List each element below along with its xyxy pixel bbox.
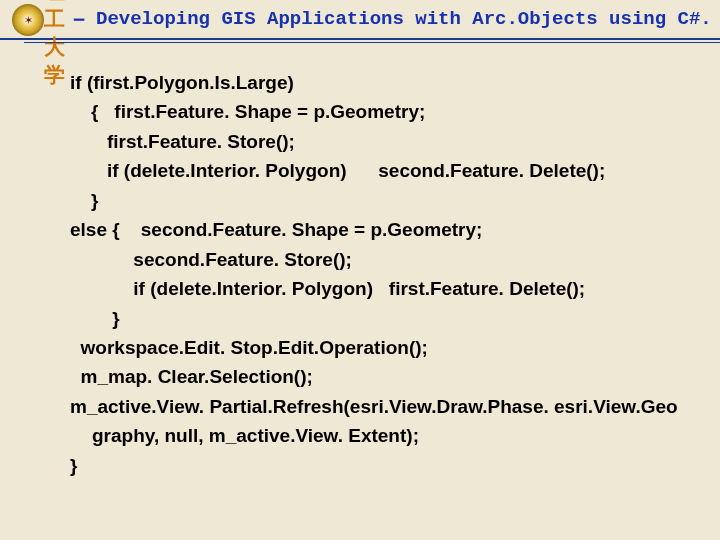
slide-header: ✶ 西理工大学 － Developing GIS Applications wi… (0, 0, 720, 40)
code-block: if (first.Polygon.Is.Large) { first.Feat… (0, 40, 720, 480)
university-name: 西理工大学 (44, 0, 66, 89)
course-title: Developing GIS Applications with Arc.Obj… (96, 8, 720, 30)
code-line: first.Feature. Store(); (70, 127, 710, 156)
title-separator: － (68, 4, 90, 34)
code-line: graphy, null, m_active.View. Extent); (70, 421, 670, 450)
code-line: } (70, 451, 710, 480)
code-line: if (first.Polygon.Is.Large) (70, 68, 710, 97)
code-line: else { second.Feature. Shape = p.Geometr… (70, 215, 710, 244)
code-line: } (70, 186, 710, 215)
university-logo-icon: ✶ (12, 4, 44, 36)
code-line: m_active.View. Partial.Refresh(esri.View… (70, 392, 680, 421)
code-line: if (delete.Interior. Polygon) first.Feat… (70, 274, 710, 303)
code-line: { first.Feature. Shape = p.Geometry; (70, 97, 710, 126)
code-line: second.Feature. Store(); (70, 245, 710, 274)
code-line: workspace.Edit. Stop.Edit.Operation(); (70, 333, 710, 362)
code-line: if (delete.Interior. Polygon) second.Fea… (70, 156, 710, 185)
code-line: m_map. Clear.Selection(); (70, 362, 710, 391)
code-line: } (70, 304, 710, 333)
